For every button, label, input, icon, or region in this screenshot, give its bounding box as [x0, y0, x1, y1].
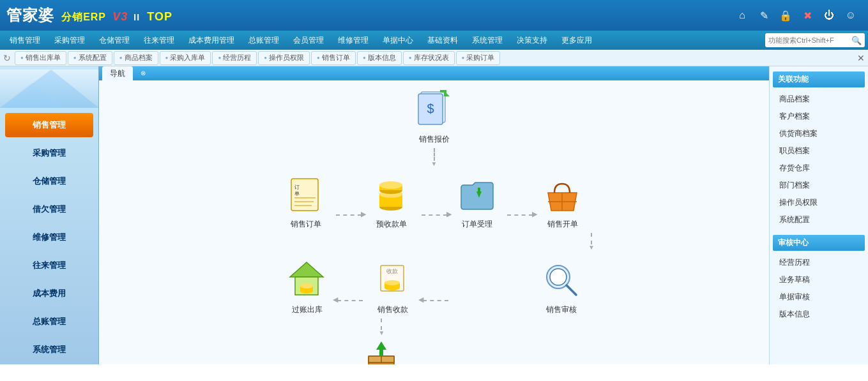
node-order-receive[interactable]: 订单受理: [448, 172, 506, 230]
nav-cost[interactable]: 成本费用管理: [182, 31, 241, 49]
link-system-config[interactable]: 系统配置: [773, 211, 865, 228]
audit-center-title: 审核中心: [773, 235, 865, 251]
related-functions-title: 关联功能: [773, 71, 865, 87]
prepay-label: 预收款单: [376, 219, 407, 230]
sales-quote-label: 销售报价: [419, 134, 450, 145]
tab-inventory-status[interactable]: 库存状况表: [403, 51, 455, 65]
link-version-info[interactable]: 版本信息: [773, 306, 865, 323]
logo-top: TOP: [147, 10, 172, 23]
power-icon[interactable]: ⏻: [821, 8, 837, 23]
svg-text:$: $: [427, 101, 434, 116]
link-goods-file[interactable]: 商品档案: [773, 91, 865, 108]
nav-system[interactable]: 系统管理: [466, 31, 509, 49]
arrow-prepay-to-receive: ▶: [422, 214, 447, 216]
node-prepay[interactable]: 预收款单: [363, 172, 420, 230]
post-out-icon: [285, 257, 330, 302]
tab-sales-outbound[interactable]: 销售出库单: [15, 51, 66, 65]
logo: 管家婆 分销ERP V3 II TOP: [6, 5, 172, 26]
logo-sub: 分销ERP: [61, 11, 106, 22]
svg-rect-41: [379, 350, 383, 356]
refresh-icon[interactable]: ↻: [3, 53, 11, 63]
sidebar-item-purchase[interactable]: 采购管理: [5, 141, 93, 165]
node-post-out[interactable]: 过账出库: [278, 257, 336, 315]
search-icon[interactable]: 🔍: [851, 36, 862, 45]
tab-operator-perm[interactable]: 操作员权限: [258, 51, 310, 65]
sidebar-item-ledger[interactable]: 总账管理: [5, 310, 93, 334]
nav-ledger[interactable]: 总账管理: [242, 31, 286, 49]
collect-icon: 收款: [370, 257, 415, 302]
open-order-label: 销售开单: [547, 219, 578, 230]
header-icons: ⌂ ✎ 🔒 ✖ ⏻ ☺: [735, 8, 858, 23]
node-sales-quote[interactable]: $ 销售报价: [406, 87, 463, 145]
nav-warehouse[interactable]: 仓储管理: [93, 31, 136, 49]
svg-line-36: [567, 285, 576, 295]
header: 管家婆 分销ERP V3 II TOP ⌂ ✎ 🔒 ✖ ⏻ ☺: [0, 0, 868, 31]
link-dept-file[interactable]: 部门档案: [773, 177, 865, 194]
node-sales-order[interactable]: 订 单 销售订单: [277, 172, 335, 230]
link-operator-perm[interactable]: 操作员权限: [773, 194, 865, 211]
sidebar-item-system[interactable]: 系统管理: [5, 338, 93, 362]
close-circle-icon[interactable]: ✖: [800, 8, 815, 23]
tab-purchase-order[interactable]: 采购订单: [456, 51, 501, 65]
node-collect[interactable]: 收款 销售收款: [364, 257, 422, 315]
sales-order-label: 销售订单: [291, 219, 321, 230]
link-draft[interactable]: 业务草稿: [773, 271, 865, 288]
link-voucher-audit[interactable]: 单据审核: [773, 288, 865, 306]
node-open-order[interactable]: 销售开单: [534, 172, 591, 230]
nav-basic[interactable]: 基础资料: [421, 31, 464, 49]
content: 导航 ⊗ $: [99, 66, 769, 364]
node-return[interactable]: 销售退货: [353, 336, 410, 364]
sidebar: 销售管理 采购管理 仓储管理 借欠管理 维修管理 往来管理 成本费用 总账管理 …: [0, 66, 99, 364]
nav-purchase[interactable]: 采购管理: [48, 31, 91, 49]
user-icon[interactable]: ✎: [756, 8, 772, 23]
link-staff-file[interactable]: 职员档案: [773, 142, 865, 160]
nav-sales[interactable]: 销售管理: [3, 31, 47, 49]
return-icon: [359, 336, 404, 364]
link-warehouse[interactable]: 存货仓库: [773, 160, 865, 177]
close-all-tabs-button[interactable]: ✕: [857, 53, 865, 63]
nav-voucher[interactable]: 单据中心: [376, 31, 420, 49]
search-box[interactable]: 🔍: [765, 33, 865, 47]
sidebar-item-debt[interactable]: 借欠管理: [5, 197, 93, 221]
tab-purchase-inbound[interactable]: 采购入库单: [160, 51, 211, 65]
nav-member[interactable]: 会员管理: [287, 31, 330, 49]
main: 销售管理 采购管理 仓储管理 借欠管理 维修管理 往来管理 成本费用 总账管理 …: [0, 66, 868, 364]
svg-text:收款: 收款: [386, 268, 398, 274]
home-icon[interactable]: ⌂: [735, 8, 750, 23]
link-customer-file[interactable]: 客户档案: [773, 108, 865, 125]
navbar: 销售管理 采购管理 仓储管理 往来管理 成本费用管理 总账管理 会员管理 维修管…: [0, 31, 868, 50]
workflow-area: $ 销售报价 ▼: [99, 80, 769, 364]
sidebar-item-cost[interactable]: 成本费用: [5, 281, 93, 306]
search-input[interactable]: [768, 36, 851, 44]
node-audit[interactable]: 销售审核: [533, 257, 590, 315]
sidebar-item-warehouse[interactable]: 仓储管理: [5, 169, 93, 193]
sidebar-item-transactions[interactable]: 往来管理: [5, 253, 93, 278]
account-icon[interactable]: ☺: [843, 8, 858, 23]
svg-point-33: [385, 280, 400, 285]
arrow-audit-to-collect: ◀: [423, 300, 448, 301]
tab-business-history[interactable]: 经营历程: [212, 51, 257, 65]
right-panel: 关联功能 商品档案 客户档案 供货商档案 职员档案 存货仓库 部门档案 操作员权…: [769, 66, 868, 364]
nav-tab-close[interactable]: ⊗: [133, 66, 153, 80]
nav-more[interactable]: 更多应用: [555, 31, 598, 49]
nav-decision[interactable]: 决策支持: [510, 31, 554, 49]
svg-point-35: [550, 269, 567, 285]
arrow-receive-to-open: ▶: [507, 214, 533, 216]
workflow-row2: 过账出库 ◀ 收款: [278, 257, 590, 315]
order-receive-label: 订单受理: [462, 219, 492, 230]
tab-goods-file[interactable]: 商品档案: [114, 51, 158, 65]
tab-sales-order[interactable]: 销售订单: [311, 51, 356, 65]
sidebar-item-repair[interactable]: 维修管理: [5, 225, 93, 250]
nav-transactions[interactable]: 往来管理: [137, 31, 181, 49]
open-order-icon: [540, 172, 585, 216]
tab-version-info[interactable]: 版本信息: [357, 51, 402, 65]
link-business-history[interactable]: 经营历程: [773, 254, 865, 271]
arrow-collect-to-postout: ◀: [337, 300, 363, 301]
svg-point-28: [300, 283, 313, 288]
nav-tab-navigation[interactable]: 导航: [102, 66, 133, 80]
nav-repair[interactable]: 维修管理: [331, 31, 375, 49]
sidebar-item-sales[interactable]: 销售管理: [5, 113, 93, 137]
tab-system-config[interactable]: 系统配置: [68, 51, 112, 65]
link-supplier-file[interactable]: 供货商档案: [773, 125, 865, 142]
lock-icon[interactable]: 🔒: [778, 8, 793, 23]
